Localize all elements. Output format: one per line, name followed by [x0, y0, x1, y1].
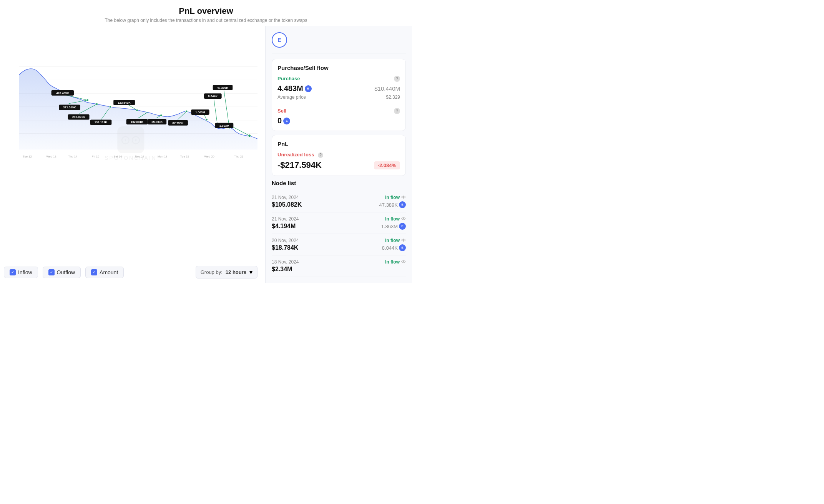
node-0-token-badge: E	[399, 201, 406, 208]
node-2-flow: In flow 👁	[385, 238, 406, 243]
svg-point-40	[206, 119, 208, 121]
outflow-checkbox[interactable]	[48, 269, 55, 275]
sell-token-amount: 0 E	[277, 116, 400, 125]
page-subtitle: The below graph only includes the transa…	[0, 18, 412, 23]
node-1-token: 1.863M E	[381, 223, 406, 230]
node-list-title: Node list	[272, 180, 406, 186]
avg-price-row: Average price $2.329	[277, 94, 400, 100]
legend-inflow[interactable]: Inflow	[4, 267, 38, 278]
node-3-date: 18 Nov, 2024	[272, 259, 299, 265]
svg-text:292.021K: 292.021K	[72, 115, 85, 119]
node-3-eye-icon[interactable]: 👁	[401, 259, 406, 265]
chart-area: ⊙⊙ SPOTONCHAIN 2 2.2 2.4 2.6 2.8 3	[0, 26, 265, 283]
svg-text:25.803K: 25.803K	[151, 120, 163, 124]
svg-text:Tue 19: Tue 19	[180, 155, 189, 158]
node-0-amounts: $105.082K 47.389K E	[272, 201, 406, 208]
node-1-usd: $4.194M	[272, 223, 296, 230]
unrealized-help-icon[interactable]: ?	[318, 152, 323, 158]
node-1-eye-icon[interactable]: 👁	[401, 216, 406, 222]
legend-amount[interactable]: Amount	[85, 267, 124, 278]
chart-wrapper: ⊙⊙ SPOTONCHAIN 2 2.2 2.4 2.6 2.8 3	[0, 26, 261, 261]
main-content: ⊙⊙ SPOTONCHAIN 2 2.2 2.4 2.6 2.8 3	[0, 26, 412, 283]
svg-text:Sat 16: Sat 16	[113, 155, 122, 158]
svg-text:136.113K: 136.113K	[95, 121, 108, 124]
unrealized-pct: -2.084%	[374, 161, 400, 169]
inflow-label: Inflow	[18, 269, 32, 275]
purchase-sell-title: Purchase/Sell flow	[277, 65, 400, 71]
node-2-header: 20 Nov, 2024 In flow 👁	[272, 238, 406, 243]
svg-text:1.003M: 1.003M	[195, 111, 205, 114]
token-letter: E	[277, 37, 281, 43]
inflow-checkbox[interactable]	[10, 269, 16, 275]
right-panel: E Purchase/Sell flow Purchase ? 4.483M E…	[265, 26, 412, 283]
price-chart: 2 2.2 2.4 2.6 2.8 3 3.2 3.4 Tue 12 Wed 1…	[19, 30, 258, 184]
svg-text:47.389K: 47.389K	[217, 86, 228, 90]
node-3-flow: In flow 👁	[385, 259, 406, 265]
node-2-token: 8.044K E	[382, 244, 406, 251]
avg-price-value: $2.329	[386, 94, 400, 100]
svg-point-31	[109, 106, 111, 108]
svg-text:Fri 15: Fri 15	[92, 155, 100, 158]
node-1-flow: In flow 👁	[385, 216, 406, 222]
node-2-date: 20 Nov, 2024	[272, 238, 299, 243]
svg-text:82.793K: 82.793K	[173, 121, 184, 125]
svg-text:8.044K: 8.044K	[208, 94, 218, 98]
svg-text:Tue 12: Tue 12	[23, 155, 32, 158]
page-title: PnL overview	[0, 6, 412, 16]
svg-point-46	[248, 134, 251, 137]
token-icon: E	[272, 32, 287, 48]
sell-help-icon[interactable]: ?	[394, 108, 400, 114]
sell-row: Sell ?	[277, 108, 400, 114]
node-0-flow: In flow 👁	[385, 195, 406, 200]
purchase-help-icon[interactable]: ?	[394, 76, 400, 82]
svg-text:426.489K: 426.489K	[56, 91, 69, 95]
svg-point-38	[186, 110, 188, 113]
node-item-2: 20 Nov, 2024 In flow 👁 $18.784K 8.044K E	[272, 234, 406, 255]
purchase-row: Purchase ?	[277, 76, 400, 82]
node-1-date: 21 Nov, 2024	[272, 216, 299, 222]
sell-token-badge: E	[283, 118, 290, 124]
group-by-value: 12 hours	[226, 269, 246, 275]
outflow-label: Outflow	[57, 269, 75, 275]
node-0-date: 21 Nov, 2024	[272, 195, 299, 200]
node-list-section: Node list 21 Nov, 2024 In flow 👁 $105.08…	[272, 180, 406, 277]
amount-checkbox[interactable]	[91, 269, 97, 275]
purchase-sell-section: Purchase/Sell flow Purchase ? 4.483M E $…	[272, 59, 406, 131]
svg-text:Wed 20: Wed 20	[204, 155, 214, 158]
node-1-header: 21 Nov, 2024 In flow 👁	[272, 216, 406, 222]
purchase-usd-amount: $10.440M	[374, 85, 400, 92]
node-1-amounts: $4.194M 1.863M E	[272, 223, 406, 230]
group-by-selector[interactable]: Group by: 12 hours ▾	[196, 266, 258, 279]
svg-text:Mon 18: Mon 18	[158, 155, 168, 158]
avg-price-label: Average price	[277, 94, 306, 100]
token-header: E	[272, 32, 406, 53]
node-2-usd: $18.784K	[272, 244, 298, 251]
unrealized-label: Unrealized loss ?	[277, 152, 400, 158]
svg-point-29	[96, 103, 98, 105]
svg-point-36	[160, 114, 162, 117]
legend-outflow[interactable]: Outflow	[43, 267, 81, 278]
node-2-amounts: $18.784K 8.044K E	[272, 244, 406, 251]
unrealized-value-row: -$217.594K -2.084%	[277, 160, 400, 170]
node-0-token: 47.389K E	[379, 201, 406, 208]
purchase-token-amount: 4.483M E	[277, 84, 312, 93]
pnl-title: PnL	[277, 141, 400, 147]
chart-legend: Inflow Outflow Amount Group by: 12 hours…	[0, 261, 261, 283]
svg-point-33	[136, 109, 138, 111]
node-0-usd: $105.082K	[272, 201, 302, 208]
svg-line-41	[213, 95, 217, 124]
pnl-section: PnL Unrealized loss ? -$217.594K -2.084%	[272, 135, 406, 176]
svg-text:1.863M: 1.863M	[219, 124, 229, 128]
node-3-usd: $2.34M	[272, 266, 292, 273]
node-2-eye-icon[interactable]: 👁	[401, 238, 406, 243]
chevron-down-icon: ▾	[249, 269, 253, 276]
purchase-amount-row: 4.483M E $10.440M	[277, 84, 400, 93]
group-by-label: Group by:	[201, 269, 223, 275]
sell-divider	[277, 104, 400, 104]
node-0-eye-icon[interactable]: 👁	[401, 195, 406, 200]
svg-text:Nov 17: Nov 17	[135, 155, 144, 158]
sell-label: Sell	[277, 108, 286, 114]
node-item-0: 21 Nov, 2024 In flow 👁 $105.082K 47.389K…	[272, 191, 406, 212]
node-item-1: 21 Nov, 2024 In flow 👁 $4.194M 1.863M E	[272, 212, 406, 234]
svg-text:Thu 21: Thu 21	[234, 155, 243, 158]
